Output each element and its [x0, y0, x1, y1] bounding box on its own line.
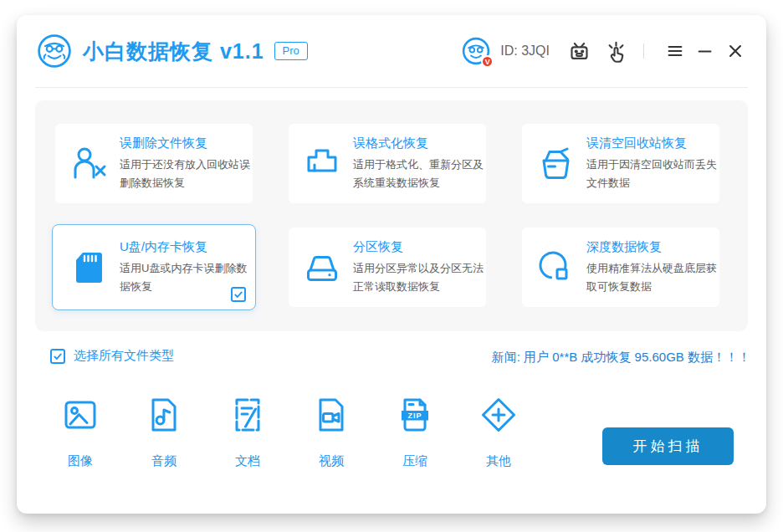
vip-badge: V — [481, 55, 494, 68]
file-type-image[interactable]: 图像 — [60, 395, 100, 469]
video-file-icon — [311, 423, 351, 437]
mode-card-partition[interactable]: 分区恢复 适用分区异常以及分区无法正常读取数据恢复 — [289, 228, 486, 307]
mode-desc: 使用精准算法从硬盘底层获取可恢复数据 — [586, 259, 719, 294]
file-type-label: 音频 — [144, 453, 184, 469]
zip-band-text: ZIP — [407, 412, 422, 420]
app-window: 小白数据恢复 v1.1 Pro V ID: 3JQI — [17, 15, 766, 514]
file-type-label: 图像 — [60, 453, 100, 469]
file-type-row: 图像 音频 文档 — [60, 395, 562, 469]
menu-button[interactable] — [664, 40, 686, 62]
select-all-label: 选择所有文件类型 — [74, 348, 174, 364]
file-type-zip[interactable]: ZIP 压缩 — [395, 395, 435, 469]
hard-drive-icon — [302, 248, 342, 288]
mode-title: 误清空回收站恢复 — [586, 136, 719, 151]
mode-desc: 适用于因清空回收站而丢失文件数据 — [586, 156, 719, 191]
mode-title: 分区恢复 — [353, 239, 485, 255]
deep-scan-pie-icon — [535, 248, 576, 288]
mode-card-recycle-bin[interactable]: 误清空回收站恢复 适用于因清空回收站而丢失文件数据 — [522, 124, 719, 203]
image-file-icon — [60, 423, 100, 437]
mode-checkbox-checked-icon[interactable] — [231, 287, 246, 302]
audio-file-icon — [144, 423, 184, 437]
mode-card-deleted-file[interactable]: 误删除文件恢复 适用于还没有放入回收站误删除数据恢复 — [55, 124, 253, 203]
titlebar: 小白数据恢复 v1.1 Pro V ID: 3JQI — [17, 15, 766, 87]
news-ticker: 新闻: 用户 0**B 成功恢复 95.60GB 数据！！！ — [492, 350, 750, 366]
mode-desc: 适用于格式化、重新分区及系统重装数据恢复 — [353, 156, 485, 191]
file-type-label: 文档 — [228, 453, 268, 469]
mode-desc: 适用分区异常以及分区无法正常读取数据恢复 — [353, 259, 485, 294]
start-scan-button[interactable]: 开始扫描 — [602, 427, 734, 465]
mode-title: U盘/内存卡恢复 — [120, 239, 252, 255]
user-avatar[interactable]: V — [462, 37, 490, 65]
file-type-audio[interactable]: 音频 — [144, 395, 184, 469]
sd-card-icon — [69, 248, 109, 288]
user-x-icon — [69, 144, 109, 184]
mode-title: 误格式化恢复 — [353, 136, 485, 151]
mode-card-formatted[interactable]: 误格式化恢复 适用于格式化、重新分区及系统重装数据恢复 — [289, 124, 486, 203]
app-logo-mascot-icon — [37, 33, 72, 69]
titlebar-right: V ID: 3JQI — [462, 37, 746, 65]
mode-card-deep-recovery[interactable]: 深度数据恢复 使用精准算法从硬盘底层获取可恢复数据 — [522, 228, 719, 307]
mode-desc: 适用于还没有放入回收站误删除数据恢复 — [120, 156, 252, 191]
file-type-label: 压缩 — [395, 453, 435, 469]
mode-grid: 误删除文件恢复 适用于还没有放入回收站误删除数据恢复 误格式化恢复 适用于格式化… — [35, 100, 748, 307]
pro-badge: Pro — [274, 42, 308, 60]
other-plus-diamond-icon — [478, 423, 519, 437]
file-type-label: 其他 — [478, 453, 519, 469]
close-button[interactable] — [724, 40, 746, 62]
app-title: 小白数据恢复 v1.1 — [83, 38, 264, 65]
mode-title: 深度数据恢复 — [586, 239, 719, 255]
recovery-mode-panel: 误删除文件恢复 适用于还没有放入回收站误删除数据恢复 误格式化恢复 适用于格式化… — [35, 100, 748, 331]
hand-click-icon[interactable] — [603, 38, 628, 64]
select-all-file-types[interactable]: 选择所有文件类型 — [50, 348, 174, 364]
file-type-video[interactable]: 视频 — [311, 395, 351, 469]
user-id: ID: 3JQI — [500, 43, 550, 59]
mode-card-usb-sdcard[interactable]: U盘/内存卡恢复 适用U盘或内存卡误删除数据恢复 — [52, 224, 256, 310]
recycle-basket-icon — [535, 144, 576, 184]
document-file-icon — [228, 423, 268, 437]
zip-file-icon: ZIP — [395, 423, 435, 437]
format-brush-icon — [302, 144, 342, 184]
file-type-label: 视频 — [311, 453, 351, 469]
file-type-document[interactable]: 文档 — [228, 395, 268, 469]
mode-title: 误删除文件恢复 — [120, 136, 252, 151]
minimize-button[interactable] — [694, 40, 716, 62]
file-type-other[interactable]: 其他 — [478, 395, 519, 469]
robot-assistant-icon[interactable] — [566, 38, 591, 64]
select-all-checkbox-checked-icon[interactable] — [50, 349, 65, 364]
titlebar-divider — [35, 87, 748, 88]
titlebar-separator — [643, 43, 644, 59]
